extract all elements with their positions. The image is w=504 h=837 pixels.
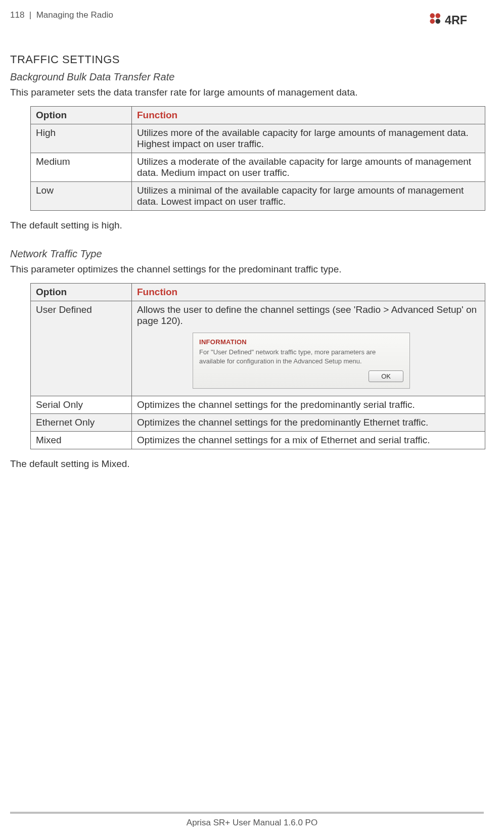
- sub2-default: The default setting is Mixed.: [10, 458, 484, 470]
- cell-function: Utilizes a minimal of the available capa…: [132, 182, 485, 211]
- info-dialog-message: For "User Defined" network traffic type,…: [193, 347, 409, 370]
- table-traffic-type: Option Function User Defined Allows the …: [30, 283, 485, 449]
- svg-point-3: [435, 19, 440, 24]
- table-row: High Utilizes more of the available capa…: [31, 124, 485, 153]
- cell-option: Medium: [31, 153, 132, 182]
- sub1-default: The default setting is high.: [10, 220, 484, 231]
- header-divider: |: [29, 10, 31, 20]
- sub1-title: Background Bulk Data Transfer Rate: [10, 71, 484, 83]
- section-title: TRAFFIC SETTINGS: [10, 53, 484, 66]
- svg-point-1: [435, 13, 440, 18]
- table-row: Ethernet Only Optimizes the channel sett…: [31, 414, 485, 432]
- cell-function-text: Allows the user to define the channel se…: [137, 304, 477, 326]
- svg-text:4RF: 4RF: [445, 14, 467, 27]
- svg-point-2: [430, 19, 435, 24]
- logo-4rf: 4RF: [428, 10, 484, 33]
- table-row: Medium Utilizes a moderate of the availa…: [31, 153, 485, 182]
- table-row: Mixed Optimizes the channel settings for…: [31, 432, 485, 449]
- th-function: Function: [132, 284, 485, 301]
- cell-function: Optimizes the channel settings for a mix…: [132, 432, 485, 449]
- info-dialog-title: INFORMATION: [193, 333, 409, 347]
- page-number: 118: [10, 10, 24, 20]
- cell-option: Low: [31, 182, 132, 211]
- th-option: Option: [31, 107, 132, 124]
- sub2-title: Network Traffic Type: [10, 248, 484, 260]
- table-header-row: Option Function: [31, 107, 485, 124]
- cell-option: User Defined: [31, 301, 132, 396]
- footer-rule: [10, 812, 484, 814]
- ok-button[interactable]: OK: [369, 370, 403, 382]
- chapter-title: Managing the Radio: [36, 10, 113, 20]
- svg-point-0: [430, 13, 435, 18]
- sub1-intro: This parameter sets the data transfer ra…: [10, 87, 484, 98]
- cell-option: Mixed: [31, 432, 132, 449]
- th-option: Option: [31, 284, 132, 301]
- table-row: User Defined Allows the user to define t…: [31, 301, 485, 396]
- cell-option: Serial Only: [31, 396, 132, 414]
- logo-4rf-icon: 4RF: [428, 10, 484, 30]
- cell-function: Optimizes the channel settings for the p…: [132, 414, 485, 432]
- cell-function: Allows the user to define the channel se…: [132, 301, 485, 396]
- table-header-row: Option Function: [31, 284, 485, 301]
- info-dialog: INFORMATION For "User Defined" network t…: [193, 333, 410, 389]
- sub2-intro: This parameter optimizes the channel set…: [10, 264, 484, 275]
- table-row: Low Utilizes a minimal of the available …: [31, 182, 485, 211]
- th-function: Function: [132, 107, 485, 124]
- footer-text: Aprisa SR+ User Manual 1.6.0 PO: [0, 818, 504, 828]
- table-transfer-rate: Option Function High Utilizes more of th…: [30, 106, 485, 211]
- cell-function: Utilizes a moderate of the available cap…: [132, 153, 485, 182]
- cell-function: Optimizes the channel settings for the p…: [132, 396, 485, 414]
- page-header: 118 | Managing the Radio 4RF: [10, 10, 484, 33]
- header-left: 118 | Managing the Radio: [10, 10, 113, 20]
- cell-option: Ethernet Only: [31, 414, 132, 432]
- table-row: Serial Only Optimizes the channel settin…: [31, 396, 485, 414]
- cell-option: High: [31, 124, 132, 153]
- cell-function: Utilizes more of the available capacity …: [132, 124, 485, 153]
